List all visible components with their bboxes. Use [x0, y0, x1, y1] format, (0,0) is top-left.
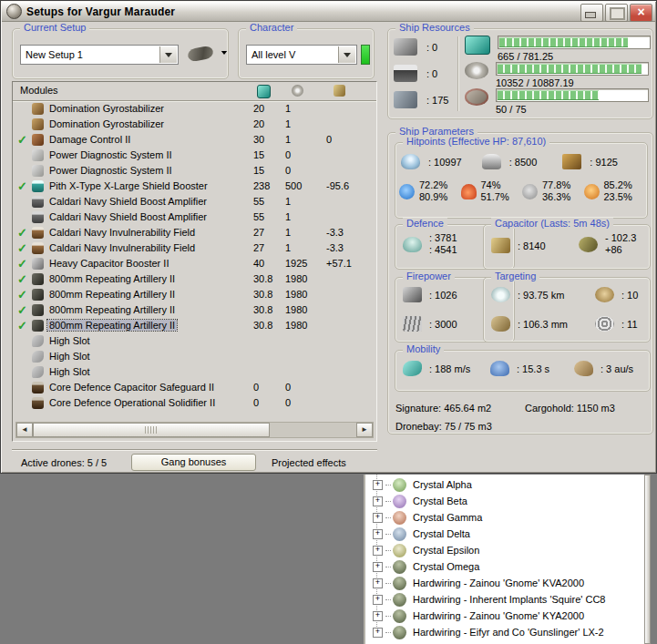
module-list[interactable]: Modules Domination Gyrostabilizer 20 1: [12, 81, 377, 442]
active-check-icon: [17, 179, 29, 193]
module-row[interactable]: High Slot: [13, 333, 376, 349]
ship-resources-label: Ship Resources: [395, 22, 474, 33]
module-row[interactable]: Pith X-Type X-Large Shield Booster 238 5…: [13, 179, 376, 194]
module-row[interactable]: Caldari Navy Shield Boost Amplifier 55 1: [13, 210, 376, 225]
expand-plus-button[interactable]: +: [373, 546, 383, 556]
module-row[interactable]: Caldari Navy Invulnerability Field 27 1 …: [13, 240, 376, 256]
module-row[interactable]: Core Defence Operational Solidifier II 0…: [13, 395, 376, 411]
targeting-range-value: : 93.75 km: [518, 290, 564, 301]
tree-item[interactable]: + Crystal Gamma: [365, 509, 644, 526]
title-bar[interactable]: Setups for Vargur Marauder ×: [2, 2, 655, 22]
expand-plus-button[interactable]: +: [373, 496, 383, 506]
scroll-right-button[interactable]: ►: [356, 423, 373, 437]
armor-resist-value: 51.7%: [481, 191, 509, 203]
module-row[interactable]: Domination Gyrostabilizer 20 1: [13, 101, 376, 117]
chevron-down-icon: [221, 50, 227, 56]
module-rows: Domination Gyrostabilizer 20 1 Dominatio…: [13, 101, 376, 411]
firepower-label: Firepower: [403, 271, 455, 281]
module-row[interactable]: High Slot: [13, 364, 376, 380]
module-row[interactable]: 800mm Repeating Artillery II 30.8 1980: [13, 271, 376, 287]
tree-item[interactable]: + Crystal Epsilon: [365, 542, 644, 558]
implant-skull-icon: [393, 527, 406, 541]
expand-plus-button[interactable]: +: [373, 480, 383, 490]
character-select-arrow-button[interactable]: [338, 46, 355, 63]
module-cpu: 55: [253, 196, 264, 207]
minimize-button[interactable]: [580, 4, 603, 22]
gang-bonuses-button[interactable]: Gang bonuses: [131, 454, 256, 471]
module-row[interactable]: Caldari Navy Invulnerability Field 27 1 …: [13, 225, 376, 240]
character-select[interactable]: All level V: [246, 45, 357, 65]
module-name: Pith X-Type X-Large Shield Booster: [47, 180, 210, 191]
active-check-icon: [17, 334, 29, 348]
expand-plus-button[interactable]: +: [373, 595, 383, 605]
window-title: Setups for Vargur Marauder: [26, 5, 175, 18]
tree-item[interactable]: + Hardwiring - Zainou 'Gnome' KYA2000: [365, 608, 644, 624]
tree-item[interactable]: + Hardwiring - Eifyr and Co 'Gunslinger'…: [365, 624, 644, 640]
max-velocity-value: : 188 m/s: [429, 363, 470, 374]
module-cpu: 27: [253, 227, 264, 238]
shield-hp-icon: [401, 154, 420, 169]
horizontal-scrollbar[interactable]: ◄ ►: [15, 422, 374, 438]
vertical-scrollbar[interactable]: [644, 475, 651, 644]
resist-icon: [399, 184, 415, 199]
module-cpu: 30.8: [253, 304, 272, 315]
resist-cell: 74%51.7%: [461, 179, 523, 203]
ship-menu-button[interactable]: [188, 47, 228, 60]
signature-radius-value: : 106.3 mm: [518, 319, 568, 330]
expand-plus-button[interactable]: +: [373, 562, 383, 572]
module-row[interactable]: 800mm Repeating Artillery II 30.8 1980: [13, 287, 376, 302]
expand-plus-button[interactable]: +: [373, 513, 383, 523]
expand-plus-button[interactable]: +: [373, 578, 383, 588]
projected-effects-button[interactable]: Projected effects: [272, 457, 346, 468]
module-icon: [32, 397, 44, 409]
tree-item-label: Crystal Beta: [413, 496, 467, 506]
expand-plus-button[interactable]: +: [373, 628, 383, 638]
module-icon: [32, 289, 44, 301]
module-row[interactable]: Power Diagnostic System II 15 0: [13, 148, 376, 163]
module-row[interactable]: High Slot: [13, 349, 376, 364]
module-row[interactable]: Damage Control II 30 1 0: [13, 132, 376, 148]
scroll-left-button[interactable]: ◄: [16, 423, 33, 437]
setup-select-arrow-button[interactable]: [159, 46, 177, 63]
resource-bar-row: 665 / 781.25: [465, 36, 651, 62]
tree-item[interactable]: + Crystal Alpha: [365, 476, 644, 493]
module-row[interactable]: Heavy Capacitor Booster II 40 1925 +57.1: [13, 256, 376, 271]
active-check-icon: [17, 365, 29, 379]
module-cpu: 238: [253, 180, 270, 191]
active-check-icon: [17, 272, 29, 286]
scroll-thumb[interactable]: [33, 423, 270, 437]
implant-tree[interactable]: + Crystal Alpha + Crystal Beta + Crystal…: [364, 475, 644, 644]
expand-plus-button[interactable]: +: [373, 611, 383, 621]
module-name: Domination Gyrostabilizer: [47, 103, 166, 114]
tree-connector: [385, 567, 391, 567]
tree-item[interactable]: + Crystal Omega: [365, 558, 644, 575]
tree-item[interactable]: + Hardwiring - Inherent Implants 'Squire…: [365, 591, 644, 608]
tree-item[interactable]: + Hardwiring - Zainou 'Gnome' KVA2000: [365, 575, 644, 591]
module-icon: [32, 242, 44, 254]
minimize-icon: [585, 12, 596, 18]
maximize-button[interactable]: [605, 4, 628, 22]
tree-item[interactable]: + Crystal Delta: [365, 526, 644, 542]
tree-connector: [385, 534, 391, 535]
module-cpu: 55: [253, 211, 264, 222]
resource-bar-row: 50 / 75: [465, 88, 649, 115]
resource-slot: : 0: [394, 38, 437, 56]
module-row[interactable]: Power Diagnostic System II 15 0: [13, 163, 376, 179]
tree-item[interactable]: + Crystal Beta: [365, 493, 644, 509]
module-row[interactable]: 800mm Repeating Artillery II 30.8 1980: [13, 302, 376, 318]
module-row[interactable]: Core Defence Capacitor Safeguard II 0 0: [13, 380, 376, 395]
capacitor-delta-value: - 102.3: [605, 232, 636, 244]
module-name: 800mm Repeating Artillery II: [47, 273, 177, 284]
module-powergrid: 1: [285, 227, 291, 238]
targeting-group: Targeting : 93.75 km : 10 : 106.3 mm : 1…: [483, 277, 651, 342]
module-row[interactable]: 800mm Repeating Artillery II 30.8 1980: [13, 318, 376, 333]
setup-select[interactable]: New Setup 1: [20, 45, 179, 65]
module-row[interactable]: Caldari Navy Shield Boost Amplifier 55 1: [13, 194, 376, 210]
implant-skull-icon: [393, 495, 406, 508]
module-name: High Slot: [47, 335, 92, 346]
resource-usage-text: 10352 / 10887.19: [496, 77, 649, 88]
expand-plus-button[interactable]: +: [373, 529, 383, 539]
module-row[interactable]: Domination Gyrostabilizer 20 1: [13, 117, 376, 132]
close-button[interactable]: ×: [630, 4, 652, 22]
resource-bar-row: 10352 / 10887.19: [465, 62, 649, 88]
